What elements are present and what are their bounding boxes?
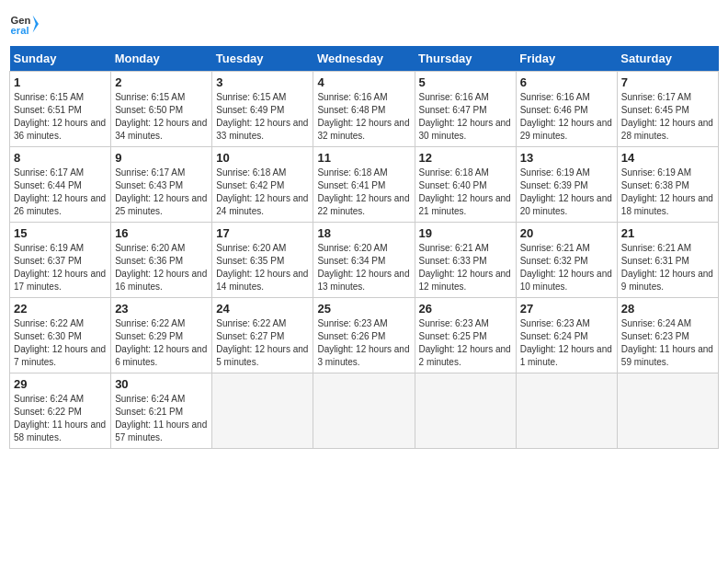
logo-icon: Gen eral	[9, 9, 39, 39]
day-info: Sunrise: 6:18 AM Sunset: 6:40 PM Dayligh…	[419, 167, 512, 218]
day-number: 24	[216, 302, 309, 316]
calendar-day-cell: 19 Sunrise: 6:21 AM Sunset: 6:33 PM Dayl…	[415, 223, 516, 298]
svg-text:eral: eral	[11, 25, 29, 36]
calendar-day-cell	[415, 373, 516, 449]
calendar-day-cell: 21 Sunrise: 6:21 AM Sunset: 6:31 PM Dayl…	[617, 223, 718, 298]
calendar-table: SundayMondayTuesdayWednesdayThursdayFrid…	[9, 46, 719, 449]
day-info: Sunrise: 6:20 AM Sunset: 6:36 PM Dayligh…	[115, 242, 208, 293]
day-info: Sunrise: 6:16 AM Sunset: 6:46 PM Dayligh…	[520, 91, 613, 143]
day-info: Sunrise: 6:22 AM Sunset: 6:29 PM Dayligh…	[115, 317, 208, 369]
day-of-week-header: Saturday	[617, 46, 718, 72]
page-header: Gen eral	[9, 9, 719, 39]
calendar-week-row: 22 Sunrise: 6:22 AM Sunset: 6:30 PM Dayl…	[10, 298, 719, 373]
day-number: 10	[216, 151, 309, 165]
day-number: 3	[216, 75, 309, 89]
day-of-week-header: Thursday	[415, 46, 516, 72]
calendar-day-cell: 15 Sunrise: 6:19 AM Sunset: 6:37 PM Dayl…	[10, 223, 111, 298]
calendar-day-cell: 30 Sunrise: 6:24 AM Sunset: 6:21 PM Dayl…	[111, 373, 212, 449]
svg-text:Gen: Gen	[11, 15, 31, 26]
calendar-day-cell: 11 Sunrise: 6:18 AM Sunset: 6:41 PM Dayl…	[313, 147, 415, 223]
day-number: 23	[115, 302, 208, 316]
day-number: 15	[14, 226, 107, 240]
day-number: 17	[216, 226, 309, 240]
day-info: Sunrise: 6:17 AM Sunset: 6:43 PM Dayligh…	[115, 167, 208, 218]
calendar-day-cell: 24 Sunrise: 6:22 AM Sunset: 6:27 PM Dayl…	[212, 298, 313, 373]
day-info: Sunrise: 6:19 AM Sunset: 6:38 PM Dayligh…	[621, 167, 714, 218]
day-number: 6	[520, 75, 613, 89]
calendar-day-cell: 12 Sunrise: 6:18 AM Sunset: 6:40 PM Dayl…	[415, 147, 516, 223]
day-info: Sunrise: 6:17 AM Sunset: 6:44 PM Dayligh…	[14, 167, 107, 218]
calendar-day-cell: 16 Sunrise: 6:20 AM Sunset: 6:36 PM Dayl…	[111, 223, 212, 298]
day-of-week-header: Friday	[516, 46, 617, 72]
calendar-day-cell: 17 Sunrise: 6:20 AM Sunset: 6:35 PM Dayl…	[212, 223, 313, 298]
day-number: 11	[317, 151, 410, 165]
calendar-day-cell	[516, 373, 617, 449]
calendar-day-cell: 29 Sunrise: 6:24 AM Sunset: 6:22 PM Dayl…	[10, 373, 111, 449]
calendar-day-cell: 10 Sunrise: 6:18 AM Sunset: 6:42 PM Dayl…	[212, 147, 313, 223]
calendar-day-cell: 7 Sunrise: 6:17 AM Sunset: 6:45 PM Dayli…	[617, 72, 718, 147]
calendar-day-cell: 27 Sunrise: 6:23 AM Sunset: 6:24 PM Dayl…	[516, 298, 617, 373]
day-number: 7	[621, 75, 714, 89]
day-number: 22	[14, 302, 107, 316]
day-number: 12	[419, 151, 512, 165]
day-info: Sunrise: 6:22 AM Sunset: 6:27 PM Dayligh…	[216, 317, 309, 369]
day-number: 29	[14, 377, 107, 391]
calendar-day-cell	[212, 373, 313, 449]
day-number: 19	[419, 226, 512, 240]
day-info: Sunrise: 6:24 AM Sunset: 6:22 PM Dayligh…	[14, 393, 107, 444]
day-number: 28	[621, 302, 714, 316]
day-info: Sunrise: 6:21 AM Sunset: 6:31 PM Dayligh…	[621, 242, 714, 293]
day-info: Sunrise: 6:23 AM Sunset: 6:26 PM Dayligh…	[317, 317, 410, 369]
day-info: Sunrise: 6:15 AM Sunset: 6:50 PM Dayligh…	[115, 91, 208, 143]
day-number: 18	[317, 226, 410, 240]
calendar-day-cell: 23 Sunrise: 6:22 AM Sunset: 6:29 PM Dayl…	[111, 298, 212, 373]
calendar-week-row: 1 Sunrise: 6:15 AM Sunset: 6:51 PM Dayli…	[10, 72, 719, 147]
day-info: Sunrise: 6:15 AM Sunset: 6:49 PM Dayligh…	[216, 91, 309, 143]
calendar-header-row: SundayMondayTuesdayWednesdayThursdayFrid…	[10, 46, 719, 72]
day-number: 5	[419, 75, 512, 89]
calendar-day-cell: 8 Sunrise: 6:17 AM Sunset: 6:44 PM Dayli…	[10, 147, 111, 223]
calendar-day-cell: 20 Sunrise: 6:21 AM Sunset: 6:32 PM Dayl…	[516, 223, 617, 298]
day-info: Sunrise: 6:18 AM Sunset: 6:42 PM Dayligh…	[216, 167, 309, 218]
day-info: Sunrise: 6:16 AM Sunset: 6:47 PM Dayligh…	[419, 91, 512, 143]
day-info: Sunrise: 6:16 AM Sunset: 6:48 PM Dayligh…	[317, 91, 410, 143]
calendar-day-cell: 2 Sunrise: 6:15 AM Sunset: 6:50 PM Dayli…	[111, 72, 212, 147]
day-info: Sunrise: 6:22 AM Sunset: 6:30 PM Dayligh…	[14, 317, 107, 369]
day-number: 27	[520, 302, 613, 316]
day-of-week-header: Tuesday	[212, 46, 313, 72]
calendar-day-cell: 14 Sunrise: 6:19 AM Sunset: 6:38 PM Dayl…	[617, 147, 718, 223]
calendar-day-cell: 26 Sunrise: 6:23 AM Sunset: 6:25 PM Dayl…	[415, 298, 516, 373]
day-info: Sunrise: 6:17 AM Sunset: 6:45 PM Dayligh…	[621, 91, 714, 143]
day-number: 2	[115, 75, 208, 89]
day-number: 8	[14, 151, 107, 165]
calendar-day-cell: 1 Sunrise: 6:15 AM Sunset: 6:51 PM Dayli…	[10, 72, 111, 147]
calendar-day-cell: 22 Sunrise: 6:22 AM Sunset: 6:30 PM Dayl…	[10, 298, 111, 373]
day-info: Sunrise: 6:20 AM Sunset: 6:35 PM Dayligh…	[216, 242, 309, 293]
calendar-week-row: 8 Sunrise: 6:17 AM Sunset: 6:44 PM Dayli…	[10, 147, 719, 223]
calendar-day-cell: 3 Sunrise: 6:15 AM Sunset: 6:49 PM Dayli…	[212, 72, 313, 147]
calendar-day-cell: 6 Sunrise: 6:16 AM Sunset: 6:46 PM Dayli…	[516, 72, 617, 147]
day-number: 26	[419, 302, 512, 316]
day-number: 1	[14, 75, 107, 89]
calendar-body: 1 Sunrise: 6:15 AM Sunset: 6:51 PM Dayli…	[10, 72, 719, 449]
calendar-day-cell	[313, 373, 415, 449]
day-number: 16	[115, 226, 208, 240]
day-info: Sunrise: 6:19 AM Sunset: 6:39 PM Dayligh…	[520, 167, 613, 218]
day-number: 14	[621, 151, 714, 165]
day-info: Sunrise: 6:18 AM Sunset: 6:41 PM Dayligh…	[317, 167, 410, 218]
calendar-day-cell: 5 Sunrise: 6:16 AM Sunset: 6:47 PM Dayli…	[415, 72, 516, 147]
calendar-day-cell: 28 Sunrise: 6:24 AM Sunset: 6:23 PM Dayl…	[617, 298, 718, 373]
day-number: 9	[115, 151, 208, 165]
day-of-week-header: Sunday	[10, 46, 111, 72]
calendar-day-cell: 9 Sunrise: 6:17 AM Sunset: 6:43 PM Dayli…	[111, 147, 212, 223]
day-info: Sunrise: 6:23 AM Sunset: 6:25 PM Dayligh…	[419, 317, 512, 369]
day-number: 4	[317, 75, 410, 89]
day-info: Sunrise: 6:21 AM Sunset: 6:32 PM Dayligh…	[520, 242, 613, 293]
day-of-week-header: Monday	[111, 46, 212, 72]
day-info: Sunrise: 6:23 AM Sunset: 6:24 PM Dayligh…	[520, 317, 613, 369]
day-number: 20	[520, 226, 613, 240]
day-number: 21	[621, 226, 714, 240]
calendar-day-cell	[617, 373, 718, 449]
day-info: Sunrise: 6:24 AM Sunset: 6:21 PM Dayligh…	[115, 393, 208, 444]
day-number: 25	[317, 302, 410, 316]
